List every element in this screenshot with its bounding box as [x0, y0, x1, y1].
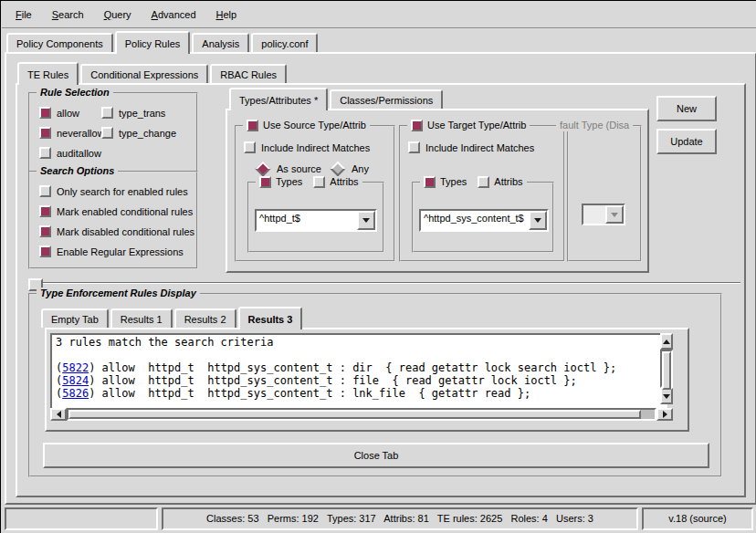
- source-type-combobox[interactable]: ^httpd_t$: [255, 209, 377, 232]
- checkbox-indicator: [39, 246, 51, 257]
- scroll-down-icon[interactable]: [660, 388, 673, 404]
- checkbox-source-indirect[interactable]: Include Indirect Matches: [244, 141, 370, 153]
- status-left-panel: [5, 507, 158, 530]
- chevron-down-icon[interactable]: [529, 211, 547, 230]
- tab-label: Empty Tab: [51, 314, 99, 325]
- target-criteria-group: Use Target Type/Attrib Include Indirect …: [399, 125, 565, 262]
- rule-id-link[interactable]: 5824: [62, 374, 89, 387]
- rule-selection-header: Rule Selection: [37, 87, 113, 99]
- menu-query[interactable]: Query: [96, 6, 140, 23]
- criteria-tab-bar: Types/Attributes * Classes/Permissions: [229, 89, 445, 110]
- results-group: Type Enforcement Rules Display Empty Tab…: [28, 293, 722, 477]
- tab-empty-tab[interactable]: Empty Tab: [41, 308, 109, 328]
- tab-label: Policy Components: [16, 38, 103, 49]
- checkbox-mark-disabled-conditional[interactable]: Mark disabled conditional rules: [39, 225, 194, 237]
- source-group-title: Use Source Type/Attrib: [263, 120, 366, 131]
- target-types-checkbox[interactable]: Types: [424, 176, 467, 188]
- tab-results-1[interactable]: Results 1: [110, 308, 173, 328]
- checkbox-label: Include Indirect Matches: [425, 142, 534, 153]
- tab-label: Results 1: [121, 314, 163, 325]
- checkbox-label: Include Indirect Matches: [261, 142, 370, 153]
- results-text-area[interactable]: 3 rules match the search criteria (5822)…: [50, 333, 667, 410]
- source-enable-checkbox[interactable]: [247, 120, 258, 131]
- checkbox-label: Attribs: [330, 176, 358, 188]
- radio-as-source[interactable]: As source: [255, 163, 321, 174]
- tab-policy-rules[interactable]: Policy Rules: [115, 31, 191, 54]
- checkbox-neverallow[interactable]: neverallow: [39, 127, 105, 139]
- tab-label: Analysis: [202, 38, 239, 49]
- tab-conditional-expressions[interactable]: Conditional Expressions: [80, 64, 208, 83]
- tab-classes-permissions[interactable]: Classes/Permissions: [330, 89, 443, 109]
- vscroll-track[interactable]: [660, 350, 673, 388]
- hscroll-thumb[interactable]: [68, 410, 641, 419]
- app-window: File Search Query Advanced Help Policy C…: [0, 0, 756, 533]
- results-title: Type Enforcement Rules Display: [40, 287, 196, 299]
- tab-policy-conf[interactable]: policy.conf: [251, 33, 318, 52]
- menu-file[interactable]: File: [7, 6, 40, 23]
- chevron-down-icon[interactable]: [357, 211, 375, 230]
- tab-label: TE Rules: [27, 69, 68, 80]
- results-tab-bar: Empty Tab Results 1 Results 2 Results 3: [41, 308, 304, 329]
- radio-indicator: [256, 162, 271, 177]
- update-button[interactable]: Update: [656, 129, 717, 154]
- blank-line: [56, 349, 662, 361]
- main-tab-bar: Policy Components Policy Rules Analysis …: [6, 32, 320, 54]
- menu-advanced[interactable]: Advanced: [143, 6, 205, 23]
- menu-help[interactable]: Help: [208, 6, 246, 23]
- checkbox-indicator: [259, 176, 271, 188]
- checkbox-type-trans[interactable]: type_trans: [101, 107, 165, 119]
- checkbox-allow[interactable]: allow: [39, 107, 79, 119]
- checkbox-indicator: [101, 127, 113, 139]
- tab-analysis[interactable]: Analysis: [192, 33, 249, 52]
- arrow-down-glyph: [663, 394, 670, 399]
- radio-label: Any: [352, 163, 369, 174]
- search-options-group: Search Options Only search for enabled r…: [28, 171, 198, 269]
- vertical-scrollbar[interactable]: [660, 333, 673, 404]
- rule-id-link[interactable]: 5822: [62, 361, 89, 374]
- new-button[interactable]: New: [656, 96, 717, 121]
- close-tab-label: Close Tab: [354, 450, 399, 461]
- chevron-down-icon: [605, 205, 624, 224]
- checkbox-only-enabled-rules[interactable]: Only search for enabled rules: [39, 185, 188, 197]
- horizontal-scrollbar[interactable]: [50, 408, 673, 421]
- tab-results-3[interactable]: Results 3: [238, 307, 303, 329]
- search-options-title: Search Options: [40, 165, 114, 177]
- checkbox-indicator: [39, 147, 51, 159]
- checkbox-type-change[interactable]: type_change: [101, 127, 176, 139]
- vscroll-thumb[interactable]: [662, 351, 671, 390]
- checkbox-target-indirect[interactable]: Include Indirect Matches: [408, 141, 534, 153]
- checkbox-mark-enabled-conditional[interactable]: Mark enabled conditional rules: [39, 205, 193, 217]
- rule-selection-group: Rule Selection allow type_trans neverall…: [28, 92, 198, 172]
- rule-text: allow httpd_t httpd_sys_content_t : file…: [95, 374, 576, 387]
- tab-te-rules[interactable]: TE Rules: [17, 62, 79, 85]
- tab-label: Results 3: [248, 314, 293, 325]
- source-types-checkbox[interactable]: Types: [259, 176, 302, 188]
- checkbox-auditallow[interactable]: auditallow: [39, 147, 101, 159]
- source-attribs-checkbox[interactable]: Attribs: [313, 176, 358, 188]
- scroll-up-icon[interactable]: [660, 333, 673, 350]
- tab-results-2[interactable]: Results 2: [174, 308, 236, 328]
- checkbox-label: Types: [440, 176, 467, 188]
- checkbox-label: allow: [57, 108, 79, 119]
- scroll-right-icon[interactable]: [656, 408, 673, 421]
- scroll-left-icon[interactable]: [50, 408, 67, 421]
- radio-any[interactable]: Any: [330, 163, 369, 174]
- target-attribs-checkbox[interactable]: Attribs: [478, 176, 522, 188]
- hscroll-track[interactable]: [67, 408, 656, 421]
- tab-types-attributes[interactable]: Types/Attributes *: [229, 88, 328, 110]
- target-type-combobox[interactable]: ^httpd_sys_content_t$: [419, 209, 549, 232]
- target-enable-checkbox[interactable]: [411, 120, 423, 131]
- checkbox-enable-regex[interactable]: Enable Regular Expressions: [39, 246, 184, 257]
- menu-search[interactable]: Search: [44, 6, 92, 23]
- tab-label: Types/Attributes *: [239, 95, 318, 106]
- rule-id-link[interactable]: 5826: [62, 387, 89, 400]
- checkbox-label: type_trans: [119, 108, 165, 119]
- close-tab-button[interactable]: Close Tab: [43, 443, 709, 468]
- checkbox-label: auditallow: [57, 148, 101, 159]
- tab-policy-components[interactable]: Policy Components: [6, 33, 113, 52]
- target-types-attribs-box: Types Attribs ^httpd_sys_content_t$: [412, 182, 554, 253]
- rule-line: (5822) allow httpd_t httpd_sys_content_t…: [56, 361, 662, 374]
- radio-label: As source: [277, 163, 321, 174]
- status-stats-panel: Classes: 53 Perms: 192 Types: 317 Attrib…: [162, 507, 638, 530]
- tab-rbac-rules[interactable]: RBAC Rules: [210, 64, 287, 83]
